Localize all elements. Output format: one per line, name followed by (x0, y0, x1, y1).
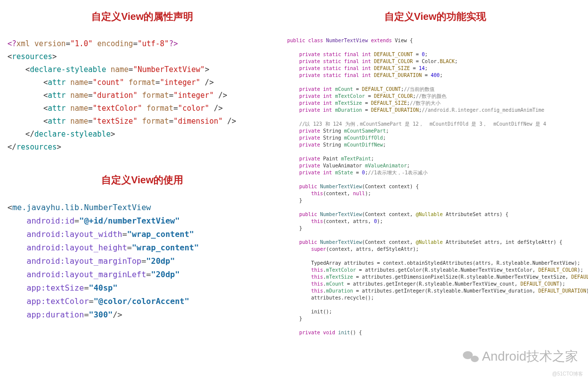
wechat-watermark: Android技术之家 (463, 348, 578, 365)
java-code: public class NumberTextView extends View… (287, 37, 583, 336)
declare-title: 自定义View的属性声明 (7, 10, 277, 23)
xml-declare-code: <?xml version="1.0" encoding="utf-8"?> <… (7, 37, 277, 153)
blog-watermark: @51CTO博客 (552, 371, 583, 378)
wechat-icon (463, 350, 479, 363)
xml-usage-code: <me.javayhu.lib.NumberTextView android:i… (7, 201, 277, 321)
usage-title: 自定义View的使用 (7, 173, 277, 187)
impl-title: 自定义View的功能实现 (287, 10, 583, 23)
